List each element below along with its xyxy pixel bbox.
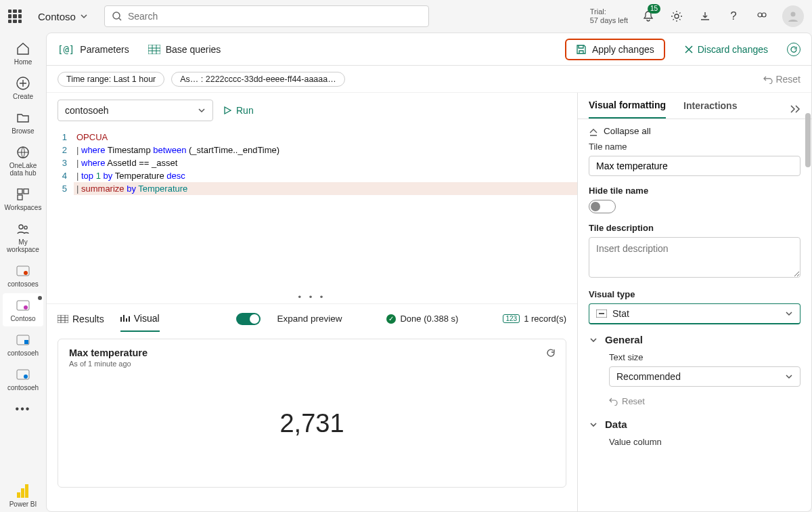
svg-point-2	[758, 13, 762, 17]
app-launcher[interactable]	[8, 9, 22, 23]
datasource-select[interactable]: contosoeh	[58, 100, 213, 121]
tab-results[interactable]: Results	[58, 307, 104, 331]
svg-rect-8	[24, 189, 28, 194]
nav-onelake[interactable]: OneLake data hub	[3, 140, 43, 181]
base-queries-button[interactable]: Base queries	[148, 44, 221, 55]
text-size-label: Text size	[609, 352, 800, 362]
svg-point-11	[24, 226, 27, 229]
gear-icon	[671, 10, 683, 22]
tile-name-input[interactable]	[589, 156, 800, 176]
apply-changes-highlight: Apply changes	[565, 39, 665, 60]
nav-contosoes[interactable]: contosoes	[3, 259, 43, 292]
visual-type-label: Visual type	[589, 289, 800, 299]
trial-status: Trial: 57 days left	[590, 7, 628, 25]
user-avatar[interactable]	[782, 5, 804, 27]
tenant-switcher[interactable]: Contoso	[38, 11, 88, 22]
nav-more[interactable]: •••	[3, 397, 43, 421]
splitter-handle[interactable]: • • •	[47, 291, 577, 303]
tab-visual-formatting[interactable]: Visual formatting	[589, 100, 666, 119]
parameters-button[interactable]: [@] Parameters	[58, 44, 129, 55]
table-icon	[148, 45, 160, 54]
svg-point-0	[113, 12, 120, 19]
svg-rect-24	[58, 315, 68, 323]
chevrons-right-icon	[790, 104, 800, 114]
query-status: ✓ Done (0.388 s)	[386, 314, 458, 324]
code-area[interactable]: OPCUA | where Timestamp between (_startT…	[74, 128, 577, 291]
text-size-select[interactable]: Recommended	[609, 366, 800, 387]
feedback-button[interactable]	[754, 8, 770, 24]
nav-browse[interactable]: Browse	[3, 106, 43, 139]
kqldb-icon	[16, 369, 30, 380]
search-box[interactable]	[104, 5, 429, 27]
nav-contosoeh-2[interactable]: contosoeh	[3, 362, 43, 396]
expand-preview-label: Expand preview	[277, 314, 342, 324]
chevron-down-icon	[589, 335, 598, 345]
parameters-icon: [@]	[58, 44, 74, 55]
more-icon: •••	[15, 401, 31, 417]
chevron-down-icon	[785, 372, 793, 381]
grid-icon	[58, 315, 68, 323]
powerbi-icon	[17, 484, 29, 498]
nav-create[interactable]: Create	[3, 71, 43, 104]
expand-preview-toggle[interactable]	[236, 313, 261, 325]
stat-card: Max temperature As of 1 minute ago 2,731	[58, 339, 566, 488]
nav-contoso[interactable]: Contoso	[3, 293, 43, 326]
panel-scrollbar[interactable]	[805, 113, 811, 167]
download-button[interactable]	[697, 8, 713, 24]
asset-chip[interactable]: As… : 2222cccc-33dd-eeee-ff44-aaaaa…	[171, 72, 344, 87]
reset-general-button[interactable]: Reset	[609, 396, 800, 406]
time-range-chip[interactable]: Time range: Last 1 hour	[58, 72, 164, 87]
svg-rect-23	[148, 45, 160, 54]
svg-point-1	[675, 14, 679, 18]
tile-name-label: Tile name	[589, 142, 800, 152]
eventhouse-icon	[16, 335, 30, 345]
download-icon	[700, 11, 710, 22]
visual-type-select[interactable]: Stat	[589, 303, 800, 324]
refresh-icon	[545, 347, 556, 358]
nav-home[interactable]: Home	[3, 37, 43, 70]
tile-description-input[interactable]	[589, 237, 800, 278]
refresh-button[interactable]	[787, 43, 800, 56]
search-icon	[112, 11, 122, 22]
hide-tile-toggle[interactable]	[589, 200, 616, 213]
tenant-name: Contoso	[38, 11, 76, 22]
settings-button[interactable]	[669, 8, 685, 24]
help-button[interactable]: ?	[725, 8, 742, 24]
nav-my-workspace[interactable]: My workspace	[3, 217, 43, 257]
reset-filters-button[interactable]: Reset	[763, 74, 800, 85]
svg-rect-17	[24, 340, 28, 344]
section-general[interactable]: General	[589, 334, 800, 345]
svg-point-19	[24, 375, 28, 379]
card-value: 2,731	[69, 368, 555, 479]
home-icon	[16, 41, 30, 56]
run-button[interactable]: Run	[223, 105, 254, 116]
nav-contosoeh-1[interactable]: contosoeh	[3, 328, 43, 361]
tab-interactions[interactable]: Interactions	[683, 100, 737, 118]
nav-powerbi[interactable]: Power BI	[3, 479, 43, 512]
value-column-label: Value column	[609, 437, 800, 447]
chevron-down-icon	[785, 310, 793, 318]
collapse-all-button[interactable]: Collapse all	[589, 126, 800, 136]
workspaces-icon	[16, 187, 30, 202]
check-icon: ✓	[386, 314, 396, 324]
svg-point-15	[24, 305, 28, 310]
section-data[interactable]: Data	[589, 419, 800, 430]
search-input[interactable]	[128, 11, 422, 22]
query-editor[interactable]: 1 2 3 4 5 OPCUA | where Timestamp betwee…	[47, 128, 577, 291]
query-column: contosoeh Run 1 2 3 4 5 OPCUA	[47, 93, 578, 511]
panel-collapse-button[interactable]	[790, 104, 800, 114]
tab-visual[interactable]: Visual	[120, 306, 160, 332]
chevron-down-icon	[589, 420, 598, 429]
question-icon: ?	[730, 9, 736, 23]
svg-point-10	[19, 225, 23, 229]
notifications-button[interactable]: 15	[640, 8, 656, 24]
apply-changes-button[interactable]: Apply changes	[576, 44, 654, 55]
svg-rect-9	[18, 195, 22, 200]
records-icon: 123	[503, 314, 520, 323]
discard-changes-button[interactable]: Discard changes	[684, 44, 768, 55]
nav-workspaces[interactable]: Workspaces	[3, 182, 43, 215]
left-nav: Home Create Browse OneLake data hub Work…	[0, 33, 46, 512]
format-panel: Visual formatting Interactions Collapse …	[578, 93, 811, 511]
card-refresh-button[interactable]	[545, 347, 556, 358]
play-icon	[223, 106, 232, 115]
